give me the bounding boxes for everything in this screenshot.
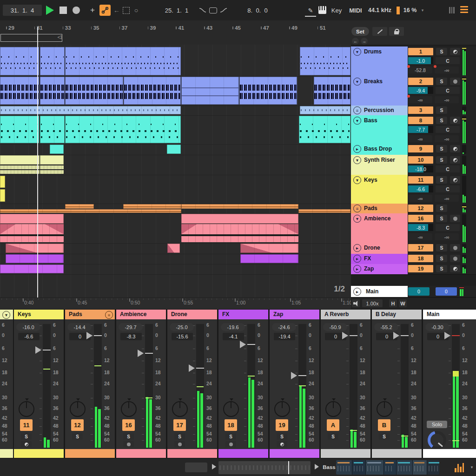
track-name-cell[interactable]: ≡Percussion xyxy=(351,106,408,115)
track-number-badge[interactable]: 12 xyxy=(71,419,84,431)
clip-ambience[interactable] xyxy=(0,214,64,242)
send-a-dial[interactable]: -∞ xyxy=(408,96,432,103)
fader-slot[interactable] xyxy=(196,324,204,448)
clip-pads[interactable] xyxy=(0,209,181,213)
clip-drums[interactable] xyxy=(0,47,39,75)
track-number-badge[interactable]: 8 xyxy=(408,117,433,124)
clip-breaks[interactable] xyxy=(314,77,350,105)
mixer-view-toggle-icon[interactable] xyxy=(455,462,468,472)
track-number-badge[interactable]: 9 xyxy=(408,145,433,152)
fader-slot[interactable] xyxy=(247,324,255,448)
clip-preview-thumbnail[interactable] xyxy=(218,461,311,474)
fold-icon[interactable]: ▸ xyxy=(353,145,361,153)
solo-button[interactable]: S xyxy=(436,156,447,164)
pan-dial[interactable]: C xyxy=(436,165,460,172)
clip-bass[interactable] xyxy=(0,116,39,143)
track-name-cell[interactable]: ▸Drone xyxy=(351,243,408,254)
solo-button[interactable]: S xyxy=(436,215,447,222)
main-pan-slider[interactable]: 0 xyxy=(436,287,457,296)
peak-level-display[interactable]: -50.9 xyxy=(323,323,347,331)
zoom-factor-display[interactable]: 1.00x xyxy=(362,299,383,307)
mixer-tab-zap[interactable]: Zap xyxy=(270,310,319,319)
peak-level-display[interactable]: -25.0 xyxy=(170,323,194,331)
track-name-cell[interactable]: ▸Zap xyxy=(351,264,408,274)
unfold-icon[interactable]: ▾ xyxy=(353,117,361,125)
unfold-icon[interactable]: ▾ xyxy=(353,156,361,164)
clip-bass-drop[interactable] xyxy=(167,145,181,154)
clip-bass[interactable] xyxy=(65,116,181,143)
send-a-dial[interactable]: -∞ xyxy=(408,135,432,142)
main-volume-slider[interactable]: 0 xyxy=(408,287,430,296)
track-number-badge[interactable]: 2 xyxy=(408,78,433,85)
arm-button[interactable] xyxy=(450,176,460,184)
group-icon[interactable]: ≡ xyxy=(353,205,361,212)
pan-knob[interactable] xyxy=(172,401,188,417)
track-number-badge[interactable]: 16 xyxy=(408,215,433,222)
arm-button[interactable] xyxy=(450,78,460,85)
solo-button[interactable]: S xyxy=(21,433,32,440)
send-b-dial[interactable]: -∞ xyxy=(435,96,459,103)
mixer-tab-partial[interactable]: ▾ xyxy=(0,310,13,319)
zoom-width-button[interactable]: W xyxy=(399,299,407,307)
mixer-tab-ambience[interactable]: Ambience xyxy=(116,310,166,319)
arm-button[interactable] xyxy=(450,215,460,222)
pan-knob[interactable] xyxy=(377,401,392,417)
mixer-tab-fx[interactable]: FX xyxy=(218,310,268,319)
clip-pads[interactable] xyxy=(298,209,350,213)
solo-button[interactable]: S xyxy=(436,145,447,152)
arm-button[interactable] xyxy=(450,255,460,262)
track-number-badge[interactable]: 3 xyxy=(408,106,433,114)
track-number-badge[interactable]: 19 xyxy=(276,419,288,431)
time-ruler[interactable]: 0:400:450:500:551:001:051:10 xyxy=(0,298,351,309)
volume-slider[interactable]: -18.0 xyxy=(408,165,433,172)
send-b-dial[interactable]: -∞ xyxy=(435,195,459,202)
clip-breaks[interactable] xyxy=(0,77,39,105)
volume-slider[interactable]: -1.0 xyxy=(408,57,433,64)
arm-button[interactable] xyxy=(450,117,460,124)
clip-fx[interactable] xyxy=(240,254,298,263)
clip-percussion[interactable] xyxy=(300,106,350,114)
clip-synth-riser[interactable] xyxy=(40,155,64,174)
track-name-cell[interactable]: ▸Bass Drop xyxy=(351,144,408,155)
solo-button[interactable]: S xyxy=(436,48,447,55)
track-number-badge[interactable]: 16 xyxy=(122,419,135,431)
track-number-badge[interactable]: 1 xyxy=(408,48,433,55)
fader-handle[interactable] xyxy=(240,341,246,348)
fader-slot[interactable] xyxy=(452,324,460,448)
arm-button[interactable] xyxy=(450,244,460,251)
track-number-badge[interactable]: 18 xyxy=(225,419,237,431)
volume-slider[interactable]: -8.3 xyxy=(408,224,433,231)
fader-handle[interactable] xyxy=(138,350,144,357)
clip-keys[interactable] xyxy=(0,176,5,188)
group-icon[interactable]: ≡ xyxy=(353,106,361,114)
pan-dial[interactable]: C xyxy=(436,224,460,231)
send-a-dial[interactable]: -52.8 xyxy=(408,66,432,73)
main-track-name-cell[interactable]: ▸Main xyxy=(351,286,408,297)
solo-button[interactable]: S xyxy=(225,433,236,440)
mixer-view-dropdown-icon[interactable]: ▾ xyxy=(469,464,475,470)
clip-breaks[interactable] xyxy=(40,77,65,105)
pan-knob[interactable] xyxy=(325,401,341,417)
clip-preview-play-icon[interactable] xyxy=(212,464,216,469)
peak-level-display[interactable]: -0.30 xyxy=(425,323,450,331)
track-number-badge[interactable]: 11 xyxy=(20,419,33,431)
clip-pads[interactable] xyxy=(65,204,94,209)
unfold-icon[interactable]: ▾ xyxy=(353,48,361,56)
device-play-icon[interactable] xyxy=(315,464,319,469)
group-icon[interactable]: ≡ xyxy=(105,311,113,319)
clip-pads[interactable] xyxy=(123,204,181,209)
track-name-cell[interactable]: ▾Bass xyxy=(351,115,408,144)
fader-slot[interactable] xyxy=(298,324,306,448)
pan-dial[interactable]: C xyxy=(436,87,460,94)
solo-button[interactable]: S xyxy=(436,176,447,184)
crossfade-knob[interactable] xyxy=(428,431,446,450)
mixer-tab-keys[interactable]: Keys xyxy=(14,310,64,319)
clip-drone[interactable] xyxy=(6,244,64,253)
clip-synth-riser[interactable] xyxy=(0,155,40,174)
solo-button[interactable]: S xyxy=(277,433,287,440)
volume-value-box[interactable]: -15.6 xyxy=(172,333,193,340)
fader-handle[interactable] xyxy=(444,332,450,339)
fold-icon[interactable]: ▸ xyxy=(353,265,361,273)
solo-button[interactable]: S xyxy=(436,205,447,212)
peak-level-display[interactable]: -16.0 xyxy=(16,323,40,331)
